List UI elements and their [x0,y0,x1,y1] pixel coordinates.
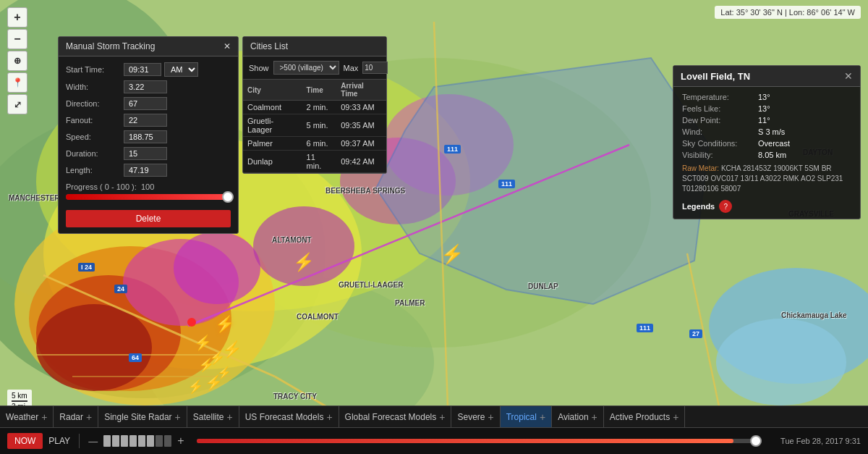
tab-us-forecast[interactable]: US Forecast Models + [239,406,339,427]
map-container[interactable]: ⚡ ⚡ ⚡ ⚡ ⚡ ⚡ ⚡ ⚡ ⚡ ⚡ ⚡ MANCHESTER BEERSHE… [0,0,868,427]
pan-button[interactable]: ⊕ [7,51,27,71]
prev-frame-button[interactable]: — [88,436,98,447]
city-row-palmer[interactable]: Palmer 6 min. 09:37 AM [243,137,386,151]
tab-us-label: US Forecast Models [245,412,324,422]
ws-close-button[interactable]: ✕ [844,70,853,82]
city-name: Gruetli-Laager [243,114,302,137]
city-size-select[interactable]: >500 (village) >1000 >5000 [273,61,339,75]
cities-table: City Time Arrival Time Coalmont 2 min. 0… [243,80,386,173]
city-name: Palmer [243,137,302,151]
tab-global-label: Global Forecast Models [345,412,437,422]
city-arrival: 09:35 AM [336,114,386,137]
tab-satellite[interactable]: Satellite + [187,406,239,427]
highway-64-badge: 64 [129,353,142,362]
city-time: 5 min. [302,114,337,137]
temp-value: 13° [758,93,770,101]
divider-1 [79,434,80,448]
add-frame-button[interactable]: + [177,434,184,447]
svg-text:⚡: ⚡ [215,314,235,334]
city-row-coalmont[interactable]: Coalmont 2 min. 09:33 AM [243,101,386,114]
max-label: Max [344,64,359,72]
direction-input[interactable] [124,97,167,110]
dew-point-value: 11° [758,116,770,125]
frame-7 [156,435,163,447]
timeline-fill [197,439,733,443]
ampm-select[interactable]: AM PM [164,62,198,77]
player-bar: NOW PLAY — + Tue Feb 28, 2017 9:31 [0,427,868,454]
width-label: Width: [66,83,124,91]
tab-weather-label: Weather [6,412,38,422]
tab-active-products[interactable]: Active Products + [604,406,686,427]
svg-point-37 [187,318,196,327]
length-input[interactable] [124,164,167,177]
now-button[interactable]: NOW [7,433,43,449]
tab-radar[interactable]: Radar + [54,406,98,427]
play-button[interactable]: PLAY [48,436,70,446]
tab-aviation-label: Aviation [558,412,588,422]
aviation-tab-plus[interactable]: + [592,411,597,423]
tropical-tab-plus[interactable]: + [540,411,545,423]
severe-tab-plus[interactable]: + [488,411,494,423]
svg-text:⚡: ⚡ [198,357,215,373]
storm-panel-close[interactable]: ✕ [224,41,231,51]
tab-weather[interactable]: Weather + [0,406,54,427]
duration-label: Duration: [66,149,124,158]
raw-metar-label: Raw Metar: [682,164,719,172]
fanout-input[interactable] [124,114,167,127]
fanout-label: Fanout: [66,116,124,125]
start-time-input[interactable] [124,63,161,76]
highway-27-badge: 27 [689,329,702,338]
storm-tracking-panel: Manual Storm Tracking ✕ Start Time: AM P… [58,36,239,234]
city-row-dunlap[interactable]: Dunlap 11 min. 09:42 AM [243,151,386,173]
tab-ssr-label: Single Site Radar [104,412,171,422]
max-input[interactable] [362,62,388,74]
tab-active-label: Active Products [610,412,670,422]
coords-bar: Lat: 35° 30' 36" N | Lon: 86° 06' 14" W [715,6,861,19]
zoom-out-button[interactable]: − [7,29,27,49]
frame-counter [103,435,171,447]
us-tab-plus[interactable]: + [326,411,332,423]
start-time-label: Start Time: [66,65,124,74]
radar-tab-plus[interactable]: + [86,411,92,423]
speed-input[interactable] [124,130,167,143]
weather-tab-plus[interactable]: + [41,411,47,423]
tab-tropical[interactable]: Tropical + [501,406,552,427]
show-label: Show [249,64,269,72]
tab-severe[interactable]: Severe + [451,406,500,427]
timestamp: Tue Feb 28, 2017 9:31 [780,437,861,445]
cities-panel: Cities List Show >500 (village) >1000 >5… [242,36,387,174]
city-time: 6 min. [302,137,337,151]
measure-button[interactable]: ⤢ [7,94,27,114]
map-controls: + − ⊕ 📍 ⤢ [7,7,27,114]
active-tab-plus[interactable]: + [673,411,678,423]
frame-5 [138,435,145,447]
svg-point-12 [36,304,152,391]
tab-single-site-radar[interactable]: Single Site Radar + [98,406,187,427]
zoom-in-button[interactable]: + [7,7,27,28]
tab-global-forecast[interactable]: Global Forecast Models + [339,406,452,427]
city-row-gruetli[interactable]: Gruetli-Laager 5 min. 09:35 AM [243,114,386,137]
duration-input[interactable] [124,147,167,160]
tab-severe-label: Severe [457,412,485,422]
svg-point-15 [253,206,354,286]
wind-label: Wind: [682,127,758,136]
city-time: 2 min. [302,101,337,114]
satellite-tab-plus[interactable]: + [226,411,232,423]
highway-111-bottom: 111 [637,324,653,332]
svg-point-14 [174,232,260,304]
location-button[interactable]: 📍 [7,72,27,93]
tab-aviation[interactable]: Aviation + [552,406,604,427]
legends-button[interactable]: ? [719,200,732,213]
progress-track[interactable] [66,194,231,200]
width-input[interactable] [124,80,167,93]
timeline-track[interactable] [197,439,762,443]
ssr-tab-plus[interactable]: + [175,411,181,423]
progress-fill [66,194,231,200]
global-tab-plus[interactable]: + [439,411,445,423]
delete-button[interactable]: Delete [66,210,231,227]
svg-text:⚡: ⚡ [205,374,223,391]
progress-label: Progress ( 0 - 100 ): [66,182,137,191]
progress-thumb [222,191,234,203]
weather-station-panel: Lovell Field, TN ✕ Temperature: 13° Feel… [673,65,861,219]
tabs-bar: Weather + Radar + Single Site Radar + Sa… [0,405,868,427]
